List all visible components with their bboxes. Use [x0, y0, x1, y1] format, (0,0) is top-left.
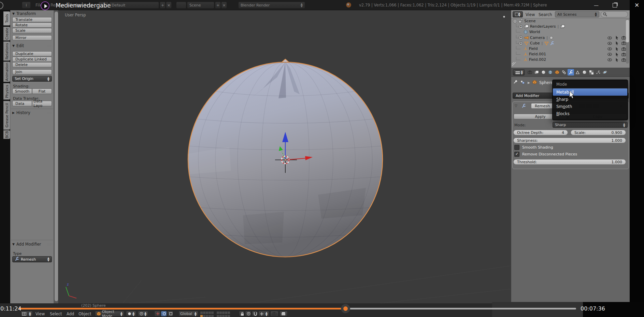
properties-tab-constraints[interactable]	[561, 69, 567, 75]
transform-panel-header[interactable]: ▼ Transform	[12, 11, 52, 16]
panel-grip-dots[interactable]	[47, 12, 52, 15]
join-button[interactable]: Join	[12, 69, 52, 74]
manipulator-rotate-toggle[interactable]	[161, 311, 167, 317]
layer-cell[interactable]	[227, 311, 230, 314]
pivot-center-dropdown[interactable]: ▲▼	[138, 311, 148, 317]
scene-selector-icon[interactable]	[176, 2, 186, 9]
scale-button[interactable]: Scale	[12, 28, 52, 33]
outliner-item-field-001[interactable]: Field.001	[511, 52, 630, 57]
pin-icon[interactable]	[513, 79, 518, 86]
outliner-item-world[interactable]: World	[511, 29, 630, 35]
viewport-3d[interactable]: z User Persp	[59, 10, 511, 303]
scale-field[interactable]: Scale:0.900	[571, 130, 626, 135]
properties-tab-particles[interactable]	[595, 69, 601, 75]
selectability-toggle[interactable]	[614, 52, 620, 57]
toolshelf-scrollbar[interactable]	[55, 12, 58, 301]
selectability-toggle[interactable]	[614, 41, 620, 46]
tool-tab-tools[interactable]: Tools	[3, 11, 10, 26]
tool-tab-relations[interactable]: Relations	[3, 41, 10, 61]
outliner-item-camera[interactable]: +Camera|	[511, 35, 630, 41]
opengl-render-button[interactable]	[270, 311, 278, 317]
scene-close-button[interactable]: ×	[221, 2, 227, 9]
panel-grip-dots[interactable]	[47, 111, 52, 114]
duplicate-button[interactable]: Duplicate	[12, 51, 52, 56]
properties-tab-modifiers[interactable]	[568, 69, 574, 75]
outliner-menu-view[interactable]: View	[526, 12, 535, 17]
properties-tab-physics[interactable]	[602, 69, 608, 75]
edit-panel-header[interactable]: ▼ Edit	[12, 43, 52, 48]
properties-tab-texture[interactable]	[588, 69, 595, 75]
tool-tab-animation[interactable]: Animation	[3, 61, 10, 82]
close-button[interactable]: ✕	[630, 0, 644, 10]
layer-cell[interactable]	[211, 311, 214, 314]
viewport-shading-dropdown[interactable]: ▲▼	[126, 311, 136, 317]
visibility-toggle[interactable]	[606, 52, 613, 57]
selectability-toggle[interactable]	[614, 46, 620, 51]
mode-dropdown[interactable]: Sharp ▲▼	[553, 122, 628, 128]
tool-tab-physics[interactable]: Physics	[3, 83, 10, 100]
outliner-item-renderlayers[interactable]: +RenderLayers|	[511, 24, 630, 29]
outliner-scrollbar[interactable]	[626, 20, 629, 42]
object-mode-dropdown[interactable]: Object Mode▲▼	[95, 311, 124, 317]
expand-icon[interactable]: +	[519, 41, 523, 45]
layout-add-button[interactable]: +	[160, 2, 166, 9]
outliner-editor-type-button[interactable]: ▲▼	[513, 11, 523, 17]
expand-icon[interactable]: +	[519, 36, 523, 40]
visibility-toggle[interactable]	[606, 57, 613, 62]
remove-disconnected-checkbox[interactable]: ✓	[514, 152, 519, 157]
minimize-button[interactable]: —	[588, 0, 605, 10]
add-modifier-panel-header[interactable]: ▼ Add Modifier	[12, 242, 52, 247]
layer-cell[interactable]	[227, 315, 230, 317]
properties-tab-render-layers[interactable]	[533, 69, 540, 75]
data-layout-button[interactable]: Data Layo	[32, 101, 52, 106]
modifier-type-dropdown[interactable]: Remesh ▲▼	[12, 256, 52, 262]
outliner-item-cube[interactable]: +Cube|	[511, 41, 630, 46]
properties-tab-scene[interactable]	[540, 69, 547, 75]
view3d-menu-add[interactable]: Add	[67, 312, 74, 316]
properties-tab-world[interactable]	[547, 69, 554, 75]
snap-target-dropdown[interactable]: ▲▼	[258, 311, 269, 317]
tool-tab-bcb[interactable]: BCB	[3, 130, 10, 139]
seekbar[interactable]	[19, 308, 576, 309]
smooth-shading-checkbox[interactable]	[514, 145, 519, 150]
shade-flat-button[interactable]: Flat	[32, 88, 52, 94]
outliner-item-field[interactable]: Field	[511, 46, 630, 52]
mode-option-smooth[interactable]: Smooth	[553, 103, 627, 110]
manipulator-translate-toggle[interactable]	[154, 311, 160, 317]
mode-option-blocks[interactable]: Blocks	[553, 110, 627, 117]
visibility-toggle[interactable]	[606, 46, 613, 51]
properties-tab-object-data[interactable]	[574, 69, 581, 75]
restore-button[interactable]	[606, 0, 623, 10]
data-button[interactable]: Data	[12, 101, 32, 106]
outliner-search-input[interactable]	[601, 11, 628, 17]
duplicate-linked-button[interactable]: Duplicate Linked	[12, 57, 52, 62]
delete-button[interactable]: Delete	[12, 62, 52, 67]
play-button[interactable]	[41, 1, 49, 10]
modifier-collapse-button[interactable]: ▽	[515, 104, 517, 108]
view3d-editor-type-button[interactable]: ▲▼	[20, 311, 33, 317]
sharpness-field[interactable]: Sharpness:1.000	[513, 138, 626, 143]
outliner-menu-search[interactable]: Search	[539, 12, 552, 17]
properties-tab-material[interactable]	[581, 69, 588, 75]
set-origin-dropdown[interactable]: Set Origin ▲▼	[12, 76, 52, 82]
snap-toggle[interactable]	[252, 311, 257, 317]
shade-smooth-button[interactable]: Smooth	[12, 88, 32, 94]
properties-tab-render[interactable]	[527, 69, 533, 75]
mirror-button[interactable]: Mirror	[12, 35, 52, 40]
translate-button[interactable]: Translate	[12, 17, 52, 22]
view3d-menu-object[interactable]: Object	[78, 312, 91, 316]
mode-option-metaball[interactable]: Metaball	[553, 88, 627, 96]
mode-option-sharp[interactable]: Sharp	[553, 96, 627, 103]
octree-depth-field[interactable]: Octree Depth:4	[513, 130, 568, 135]
tool-tab-grease-pencil[interactable]: Grease Pencil	[3, 101, 10, 130]
manipulator-scale-toggle[interactable]	[167, 311, 173, 317]
panel-grip-dots[interactable]	[47, 44, 52, 47]
seekbar-playhead[interactable]	[341, 304, 350, 313]
resize-corner-icon[interactable]	[512, 62, 517, 67]
proportional-edit-dropdown[interactable]	[245, 311, 251, 317]
history-panel-header[interactable]: ▶ History	[12, 110, 52, 115]
view3d-menu-view[interactable]: View	[35, 312, 45, 316]
selectability-toggle[interactable]	[614, 36, 620, 40]
threshold-field[interactable]: Threshold:1.000	[513, 159, 626, 165]
orientation-dropdown[interactable]: Global▲▼	[178, 311, 198, 317]
